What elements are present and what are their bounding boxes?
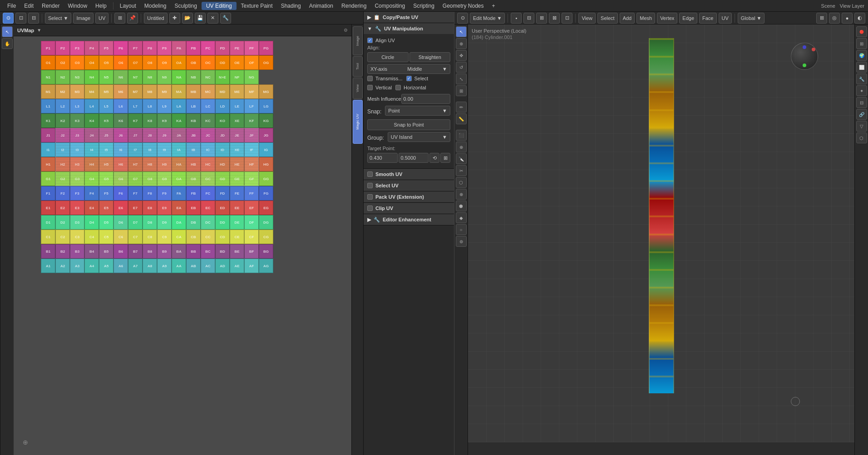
3d-rotate-btn[interactable]: ↺ <box>456 62 467 73</box>
menu-render[interactable]: Render <box>38 2 63 10</box>
grid-cell-G6[interactable]: G6 <box>113 171 128 186</box>
menu-texture-paint[interactable]: Texture Paint <box>237 2 276 10</box>
grid-cell-HB[interactable]: HB <box>186 157 201 171</box>
grid-cell-OA[interactable]: OA <box>172 55 186 70</box>
menu-edit[interactable]: Edit <box>20 2 37 10</box>
grid-cell-AD[interactable]: AD <box>215 259 230 273</box>
grid-cell-I2[interactable]: I2 <box>55 142 70 157</box>
grid-cell-P5[interactable]: P5 <box>99 41 113 55</box>
grid-cell-KO[interactable]: KO <box>215 113 230 128</box>
grid-cell-L3[interactable]: L3 <box>70 99 84 113</box>
grid-cell-D3[interactable]: D3 <box>70 215 84 230</box>
grid-cell-G4[interactable]: G4 <box>84 171 99 186</box>
menu-animation[interactable]: Animation <box>306 2 337 10</box>
grid-cell-B5[interactable]: B5 <box>99 244 113 259</box>
grid-cell-AA[interactable]: AA <box>172 259 186 273</box>
grid-cell-FE[interactable]: FE <box>230 186 244 201</box>
grid-cell-H3[interactable]: H3 <box>70 157 84 171</box>
grid-cell-M8[interactable]: M8 <box>143 84 157 99</box>
grid-cell-L1[interactable]: L1 <box>41 99 55 113</box>
vp-mode-icon[interactable]: ⊙ <box>457 13 468 24</box>
menu-scripting[interactable]: Scripting <box>409 2 438 10</box>
grid-cell-DA[interactable]: DA <box>172 215 186 230</box>
grid-cell-N9[interactable]: N9 <box>157 70 172 84</box>
grid-cell-I7[interactable]: I7 <box>128 142 143 157</box>
grid-cell-E8[interactable]: E8 <box>143 201 157 215</box>
grid-cell-B3[interactable]: B3 <box>70 244 84 259</box>
uvmap-dropdown[interactable]: ▼ <box>37 28 41 33</box>
vp-edge-icon[interactable]: ⊟ <box>523 13 534 24</box>
grid-cell-F9[interactable]: F9 <box>157 186 172 201</box>
grid-cell-P1[interactable]: P1 <box>41 41 55 55</box>
vp-vertex-btn[interactable]: Vertex <box>657 13 677 24</box>
grid-cell-F5[interactable]: F5 <box>99 186 113 201</box>
grid-cell-MA[interactable]: MA <box>172 84 186 99</box>
grid-cell-EE[interactable]: EE <box>230 201 244 215</box>
menu-file[interactable]: File <box>4 2 20 10</box>
grid-cell-HG[interactable]: HG <box>259 157 273 171</box>
grid-cell-C1[interactable]: C1 <box>41 230 55 244</box>
grid-cell-F6[interactable]: F6 <box>113 186 128 201</box>
grid-cell-BF[interactable]: BF <box>244 244 259 259</box>
grid-cell-LD[interactable]: LD <box>215 99 230 113</box>
grid-cell-HF[interactable]: HF <box>244 157 259 171</box>
grid-cell-G9[interactable]: G9 <box>157 171 172 186</box>
tab-view[interactable]: View <box>353 78 363 99</box>
3d-select-btn[interactable]: ↖ <box>456 26 467 37</box>
3d-bevel-btn[interactable]: ◆ <box>456 212 467 223</box>
grid-cell-J8[interactable]: J8 <box>143 128 157 142</box>
vp-select-btn[interactable]: Select <box>597 13 618 24</box>
new-image-icon[interactable]: ✚ <box>169 13 180 24</box>
grid-cell-H8[interactable]: H8 <box>143 157 157 171</box>
grid-cell-AC[interactable]: AC <box>201 259 215 273</box>
grid-cell-BA[interactable]: BA <box>172 244 186 259</box>
uv-mode-select-btn[interactable]: ⊙ <box>3 13 14 24</box>
nav-gizmo[interactable] <box>791 43 818 70</box>
grid-cell-PE[interactable]: PE <box>230 41 244 55</box>
menu-add-workspace[interactable]: + <box>488 2 499 10</box>
grid-cell-J9[interactable]: J9 <box>157 128 172 142</box>
clip-uv-checkbox[interactable] <box>367 205 373 211</box>
grid-cell-O1[interactable]: O1 <box>41 55 55 70</box>
vp-global-btn[interactable]: Global ▼ <box>738 13 765 24</box>
grid-cell-F7[interactable]: F7 <box>128 186 143 201</box>
grid-cell-K7[interactable]: K7 <box>128 113 143 128</box>
grid-cell-O8[interactable]: O8 <box>143 55 157 70</box>
grid-cell-H7[interactable]: H7 <box>128 157 143 171</box>
vp-add-btn[interactable]: Add <box>620 13 635 24</box>
grid-cell-M3[interactable]: M3 <box>70 84 84 99</box>
grid-cell-JB[interactable]: JB <box>186 128 201 142</box>
3d-knife-btn[interactable]: 🔪 <box>456 153 467 164</box>
smooth-uv-checkbox[interactable] <box>367 171 373 177</box>
transmiss-checkbox[interactable] <box>367 76 373 81</box>
grid-cell-EC[interactable]: EC <box>201 201 215 215</box>
grid-cell-N7[interactable]: N7 <box>128 70 143 84</box>
grid-cell-A5[interactable]: A5 <box>99 259 113 273</box>
grid-cell-D7[interactable]: D7 <box>128 215 143 230</box>
target-reset-btn[interactable]: ⟲ <box>429 153 439 163</box>
grid-cell-H6[interactable]: H6 <box>113 157 128 171</box>
grid-cell-EF[interactable]: EF <box>244 201 259 215</box>
3d-add-btn[interactable]: ⊕ <box>456 142 467 152</box>
vp-obj-props-icon[interactable]: ⬜ <box>856 62 867 73</box>
grid-cell-PF[interactable]: PF <box>244 41 259 55</box>
grid-cell-C6[interactable]: C6 <box>113 230 128 244</box>
grid-cell-FA[interactable]: FA <box>172 186 186 201</box>
grid-cell-L2[interactable]: L2 <box>55 99 70 113</box>
grid-cell-K5[interactable]: K5 <box>99 113 113 128</box>
tool-icon[interactable]: 🔧 <box>220 13 231 24</box>
grid-cell-DG[interactable]: DG <box>259 215 273 230</box>
grid-cell-N2[interactable]: N2 <box>55 70 70 84</box>
grid-cell-JF[interactable]: JF <box>244 128 259 142</box>
uv-mode-btn3[interactable]: ⊟ <box>28 13 39 24</box>
vp-material-icon[interactable]: ⬡ <box>856 132 867 143</box>
3d-measure-btn[interactable]: 📏 <box>456 113 467 124</box>
grid-cell-A1[interactable]: A1 <box>41 259 55 273</box>
grid-cell-GF[interactable]: GF <box>244 171 259 186</box>
3d-add-cube-btn[interactable]: ⬛ <box>456 130 467 141</box>
grid-cell-AE[interactable]: AE <box>230 259 244 273</box>
grid-cell-PC[interactable]: PC <box>201 41 215 55</box>
grid-cell-B9[interactable]: B9 <box>157 244 172 259</box>
grid-cell-F8[interactable]: F8 <box>143 186 157 201</box>
grid-cell-CF[interactable]: CF <box>244 230 259 244</box>
